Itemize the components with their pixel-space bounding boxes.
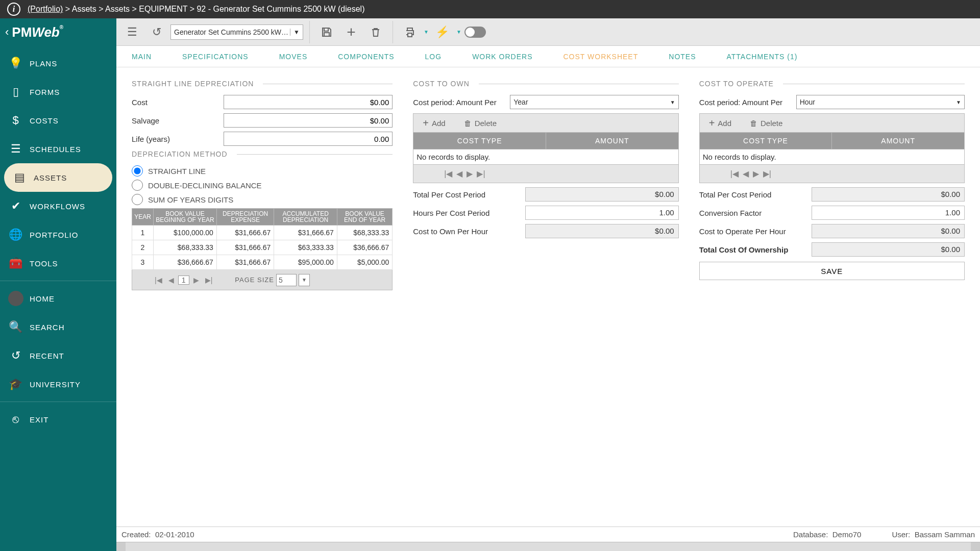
salvage-label: Salvage bbox=[132, 116, 224, 125]
life-input[interactable] bbox=[224, 132, 393, 146]
asset-selector[interactable]: Generator Set Cummins 2500 kW (diesel) ▼ bbox=[170, 24, 303, 40]
breadcrumb: (Portfolio) > Assets > Assets > EQUIPMEN… bbox=[28, 5, 364, 14]
breadcrumb-part[interactable]: EQUIPMENT bbox=[139, 5, 187, 13]
last-page-icon[interactable]: ▶| bbox=[477, 169, 485, 179]
first-page-icon[interactable]: |◀ bbox=[730, 169, 739, 179]
next-page-icon[interactable]: ▶ bbox=[467, 169, 473, 179]
sidebar-item-exit[interactable]: ⎋EXIT bbox=[0, 405, 116, 434]
last-page-icon[interactable]: ▶| bbox=[203, 275, 215, 285]
user-label: User: bbox=[892, 530, 910, 539]
tab-specifications[interactable]: SPECIFICATIONS bbox=[167, 46, 264, 67]
breadcrumb-part[interactable]: 92 - Generator Set Cummins 2500 kW (dies… bbox=[197, 5, 364, 13]
col-accum[interactable]: ACCUMULATED DEPRECIATION bbox=[274, 209, 337, 226]
sidebar-item-schedules[interactable]: ☰SCHEDULES bbox=[0, 135, 116, 163]
cost-input[interactable] bbox=[224, 95, 393, 109]
breadcrumb-part[interactable]: Assets bbox=[72, 5, 96, 13]
bolt-dropdown-icon[interactable]: ▼ bbox=[456, 29, 461, 35]
table-row[interactable]: 2$68,333.33$31,666.67$63,333.33$36,666.6… bbox=[132, 240, 393, 255]
total-value: $0.00 bbox=[812, 187, 965, 202]
sidebar-item-search[interactable]: 🔍SEARCH bbox=[0, 313, 116, 341]
delete-icon[interactable] bbox=[365, 21, 386, 43]
delete-button[interactable]: 🗑Delete bbox=[741, 119, 792, 128]
tab-work-orders[interactable]: WORK ORDERS bbox=[457, 46, 548, 67]
sidebar-item-plans[interactable]: 💡PLANS bbox=[0, 49, 116, 78]
tab-attachments[interactable]: ATTACHMENTS (1) bbox=[712, 46, 813, 67]
col-amount[interactable]: AMOUNT bbox=[832, 133, 964, 149]
tab-moves[interactable]: MOVES bbox=[264, 46, 323, 67]
sidebar-item-university[interactable]: 🎓UNIVERSITY bbox=[0, 370, 116, 398]
chevron-down-icon[interactable]: ▼ bbox=[956, 99, 961, 105]
col-end[interactable]: BOOK VALUE END OF YEAR bbox=[337, 209, 392, 226]
toggle-switch[interactable] bbox=[464, 21, 486, 43]
tab-log[interactable]: LOG bbox=[410, 46, 457, 67]
tab-main[interactable]: MAIN bbox=[116, 46, 167, 67]
history-icon[interactable]: ↺ bbox=[146, 21, 167, 43]
table-row[interactable]: 3$36,666.67$31,666.67$95,000.00$5,000.00 bbox=[132, 255, 393, 270]
sidebar-item-assets[interactable]: ▤ASSETS bbox=[4, 163, 112, 192]
sidebar-item-tools[interactable]: 🧰TOOLS bbox=[0, 249, 116, 278]
prev-page-icon[interactable]: ◀ bbox=[743, 169, 749, 179]
sidebar-item-portfolio[interactable]: 🌐PORTFOLIO bbox=[0, 220, 116, 249]
hours-label: Hours Per Cost Period bbox=[413, 209, 525, 217]
add-button[interactable]: +Add bbox=[413, 117, 454, 129]
col-dep[interactable]: DEPRECIATION EXPENSE bbox=[216, 209, 274, 226]
operate-perhour-value: $0.00 bbox=[812, 224, 965, 238]
period-select[interactable]: Hour▼ bbox=[796, 95, 965, 109]
sidebar-item-recent[interactable]: ↺RECENT bbox=[0, 341, 116, 370]
breadcrumb-part[interactable]: Assets bbox=[105, 5, 130, 13]
chevron-down-icon[interactable]: ▼ bbox=[290, 29, 300, 36]
tab-notes[interactable]: NOTES bbox=[653, 46, 711, 67]
print-dropdown-icon[interactable]: ▼ bbox=[424, 29, 429, 35]
back-chevron-icon[interactable]: ‹ bbox=[5, 26, 9, 39]
save-icon[interactable] bbox=[316, 21, 337, 43]
life-label: Life (years) bbox=[132, 135, 224, 143]
method-sum-of-years-radio[interactable] bbox=[132, 194, 143, 205]
add-button[interactable]: +Add bbox=[700, 117, 741, 129]
col-cost-type[interactable]: COST TYPE bbox=[413, 133, 546, 149]
col-amount[interactable]: AMOUNT bbox=[546, 133, 678, 149]
search-icon: 🔍 bbox=[8, 320, 23, 334]
page-current[interactable]: 1 bbox=[178, 276, 189, 285]
table-row[interactable]: 1$100,000.00$31,666.67$31,666.67$68,333.… bbox=[132, 226, 393, 240]
sidebar-item-forms[interactable]: ▯FORMS bbox=[0, 78, 116, 106]
info-icon[interactable]: i bbox=[7, 3, 20, 16]
print-icon[interactable] bbox=[399, 21, 421, 43]
method-straight-line-radio[interactable] bbox=[132, 165, 143, 177]
horizontal-scrollbar[interactable] bbox=[116, 542, 980, 551]
last-page-icon[interactable]: ▶| bbox=[763, 169, 771, 179]
breadcrumb-portfolio[interactable]: (Portfolio) bbox=[28, 5, 63, 13]
first-page-icon[interactable]: |◀ bbox=[153, 275, 164, 285]
first-page-icon[interactable]: |◀ bbox=[444, 169, 452, 179]
tab-cost-worksheet[interactable]: COST WORKSHEET bbox=[548, 46, 654, 67]
page-size-select[interactable]: 5 bbox=[276, 274, 297, 286]
sidebar-item-home[interactable]: HOME bbox=[0, 284, 116, 313]
chevron-down-icon[interactable]: ▼ bbox=[299, 274, 310, 286]
sidebar-item-costs[interactable]: $COSTS bbox=[0, 106, 116, 135]
list-view-icon[interactable]: ☰ bbox=[121, 21, 143, 43]
clipboard-icon: ▯ bbox=[8, 85, 23, 98]
prev-page-icon[interactable]: ◀ bbox=[166, 275, 176, 285]
save-button[interactable]: SAVE bbox=[699, 262, 965, 280]
salvage-input[interactable] bbox=[224, 113, 393, 128]
method-double-declining-radio[interactable] bbox=[132, 180, 143, 191]
tab-components[interactable]: COMPONENTS bbox=[323, 46, 409, 67]
prev-page-icon[interactable]: ◀ bbox=[456, 169, 462, 179]
col-begin[interactable]: BOOK VALUE BEGINING OF YEAR bbox=[154, 209, 217, 226]
app-logo[interactable]: ‹ PMWeb® bbox=[0, 18, 116, 46]
conversion-input[interactable]: 1.00 bbox=[812, 206, 965, 220]
bolt-icon[interactable]: ⚡ bbox=[432, 21, 453, 43]
col-cost-type[interactable]: COST TYPE bbox=[700, 133, 832, 149]
table-cell: $95,000.00 bbox=[274, 255, 337, 270]
period-label: Cost period: Amount Per bbox=[699, 98, 796, 107]
add-icon[interactable]: + bbox=[340, 21, 362, 43]
table-cell: $31,666.67 bbox=[274, 226, 337, 240]
next-page-icon[interactable]: ▶ bbox=[753, 169, 759, 179]
sidebar-item-workflows[interactable]: ✔WORKFLOWS bbox=[0, 192, 116, 220]
period-select[interactable]: Year▼ bbox=[510, 95, 678, 109]
hours-input[interactable]: 1.00 bbox=[525, 206, 678, 220]
graduation-cap-icon: 🎓 bbox=[8, 378, 23, 391]
delete-button[interactable]: 🗑Delete bbox=[455, 119, 506, 128]
chevron-down-icon[interactable]: ▼ bbox=[670, 99, 675, 105]
col-year[interactable]: YEAR bbox=[132, 209, 154, 226]
next-page-icon[interactable]: ▶ bbox=[191, 275, 201, 285]
